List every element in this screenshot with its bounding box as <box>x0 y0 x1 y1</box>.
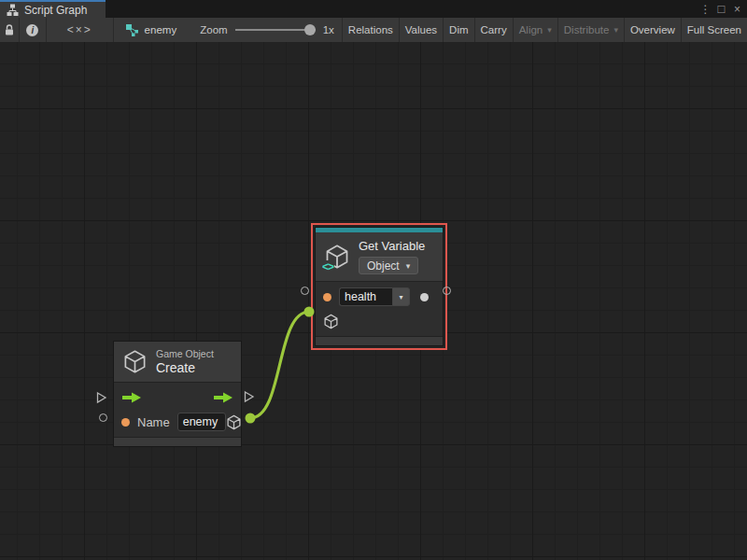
tab-script-graph[interactable]: Script Graph <box>0 0 106 18</box>
connection-wire[interactable] <box>246 307 315 424</box>
node-header: Game Object Create <box>114 342 241 383</box>
overview-button[interactable]: Overview <box>625 18 682 42</box>
graph-breadcrumb: enemy Zoom 1x <box>114 18 343 42</box>
relations-button[interactable]: Relations <box>343 18 400 42</box>
zoom-label: Zoom <box>200 24 227 35</box>
chevron-down-icon: ▾ <box>613 25 618 35</box>
node-body: ▾ <box>316 282 443 336</box>
align-button[interactable]: Align ▾ <box>514 18 558 42</box>
tab-title: Script Graph <box>24 4 87 17</box>
maximize-icon[interactable]: □ <box>713 2 729 16</box>
window-controls: ⋮ □ × <box>698 0 745 18</box>
variable-name-input[interactable] <box>339 287 392 306</box>
inspector-button[interactable]: i <box>20 18 47 42</box>
node-footer <box>316 336 443 345</box>
variable-scope-dropdown[interactable]: Object ▾ <box>359 257 418 274</box>
zoom-value: 1x <box>323 24 334 35</box>
port-name-in[interactable] <box>99 413 107 422</box>
game-object-output-cube-icon[interactable] <box>226 414 242 430</box>
chevron-down-icon: ▾ <box>399 293 402 301</box>
node-create-game-object[interactable]: Game Object Create Name <box>113 341 242 447</box>
carry-button[interactable]: Carry <box>475 18 514 42</box>
value-port-dot[interactable] <box>323 293 331 301</box>
wire-start-dot[interactable] <box>246 413 256 424</box>
full-screen-button[interactable]: Full Screen <box>682 18 747 42</box>
lock-button[interactable] <box>0 18 20 42</box>
chevron-down-icon: ▾ <box>547 25 552 35</box>
node-title: Create <box>156 360 214 375</box>
window-menu-icon[interactable]: ⋮ <box>698 3 713 16</box>
close-icon[interactable]: × <box>729 3 745 16</box>
flow-output-arrow-icon[interactable] <box>213 392 233 403</box>
target-object-cube-icon[interactable] <box>323 314 339 329</box>
angle-brackets-x-icon: <×> <box>67 23 92 36</box>
mini-graph-icon <box>125 23 139 37</box>
port-value-out[interactable] <box>443 287 451 295</box>
values-button[interactable]: Values <box>400 18 444 42</box>
zoom-slider-handle[interactable] <box>304 24 316 35</box>
flow-input-arrow-icon[interactable] <box>121 392 142 403</box>
name-input-label: Name <box>137 415 170 429</box>
lock-icon <box>4 23 15 36</box>
game-object-cube-icon <box>122 349 148 374</box>
port-variable-name-in[interactable] <box>301 287 309 295</box>
value-output-dot[interactable] <box>420 293 429 301</box>
graph-canvas[interactable]: Game Object Create Name <box>0 42 747 560</box>
node-title: Get Variable <box>359 239 425 254</box>
info-icon: i <box>26 24 38 36</box>
tab-bar: Script Graph ⋮ □ × <box>0 0 747 18</box>
node-body: Name <box>114 383 241 437</box>
value-port-dot[interactable] <box>121 418 130 427</box>
node-get-variable[interactable]: <> Get Variable Object ▾ ▾ <box>311 223 447 350</box>
graph-name-label[interactable]: enemy <box>145 24 177 35</box>
edit-graph-button[interactable]: <×> <box>47 18 114 42</box>
zoom-slider-track <box>235 29 316 31</box>
chevron-down-icon: ▾ <box>406 261 411 271</box>
zoom-slider[interactable] <box>235 24 316 35</box>
graph-hierarchy-icon <box>7 4 19 16</box>
node-header: <> Get Variable Object ▾ <box>316 232 443 282</box>
name-input[interactable] <box>177 413 226 431</box>
port-flow-out[interactable] <box>243 390 255 403</box>
dim-button[interactable]: Dim <box>444 18 474 42</box>
graph-toolbar: i <×> enemy Zoom 1x Relations Values Dim… <box>0 18 747 42</box>
node-footer <box>114 437 241 446</box>
code-brackets-icon: <> <box>321 260 334 273</box>
port-flow-in[interactable] <box>95 391 107 404</box>
distribute-button[interactable]: Distribute ▾ <box>558 18 625 42</box>
node-supertitle: Game Object <box>156 348 214 360</box>
variable-name-dropdown-button[interactable]: ▾ <box>392 287 410 306</box>
